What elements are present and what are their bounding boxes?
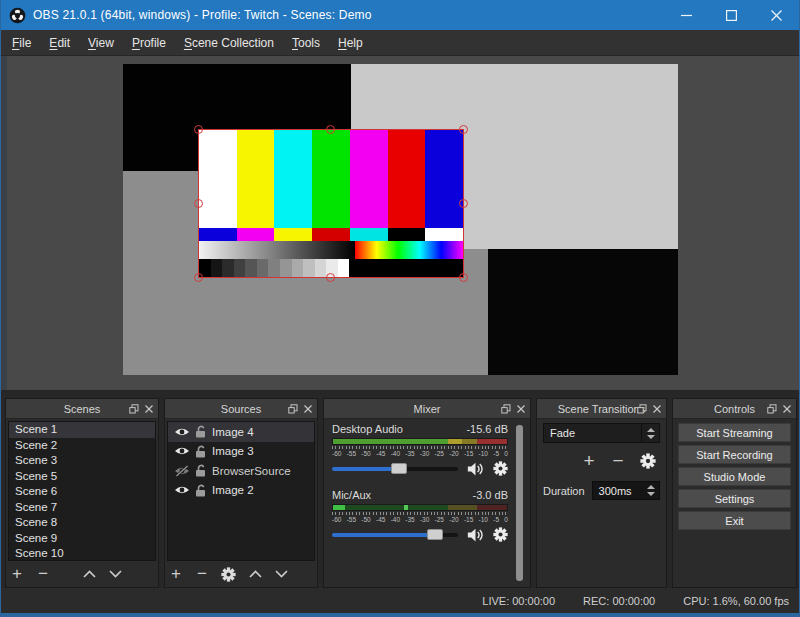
unlock-icon[interactable] [195, 425, 207, 438]
close-button[interactable] [754, 0, 799, 30]
source-properties-button[interactable] [221, 567, 236, 582]
colorbar-castellation [199, 228, 463, 240]
scene-row[interactable]: Scene 5 [9, 469, 155, 485]
source-row[interactable]: Image 2 [168, 481, 314, 501]
speaker-icon[interactable] [467, 462, 484, 476]
settings-button[interactable]: Settings [678, 489, 791, 508]
scene-move-up-button[interactable] [82, 570, 96, 578]
close-panel-icon[interactable] [783, 405, 791, 413]
tick-label: -45 [376, 516, 385, 523]
start-recording-button[interactable]: Start Recording [678, 445, 791, 464]
eye-icon[interactable] [174, 426, 190, 438]
colorbar-gray-step [268, 259, 280, 277]
volume-slider[interactable] [332, 463, 458, 474]
scene-row[interactable]: Scene 2 [9, 438, 155, 454]
transition-select[interactable]: Fade [543, 423, 660, 443]
minimize-button[interactable] [664, 0, 709, 30]
tick-label: -10 [479, 450, 488, 457]
slider-handle[interactable] [427, 529, 443, 540]
remove-source-button[interactable]: − [195, 564, 209, 584]
close-panel-icon[interactable] [304, 405, 312, 413]
remove-scene-button[interactable]: − [36, 564, 50, 584]
eye-icon[interactable] [174, 445, 190, 457]
sources-panel-header[interactable]: Sources [165, 399, 317, 419]
channel-settings-gear-icon[interactable] [493, 527, 508, 542]
menu-item-tools[interactable]: Tools [283, 32, 329, 54]
menu-item-view[interactable]: View [79, 32, 123, 54]
speaker-icon[interactable] [467, 528, 484, 542]
unlock-icon[interactable] [195, 445, 207, 458]
scene-row[interactable]: Scene 10 [9, 546, 155, 561]
close-panel-icon[interactable] [145, 405, 153, 413]
channel-name: Mic/Aux [332, 489, 371, 501]
scene-row[interactable]: Scene 1 [9, 422, 155, 438]
float-panel-icon[interactable] [288, 404, 298, 414]
duration-spinbox[interactable]: 300ms [592, 481, 660, 500]
scene-move-down-button[interactable] [108, 570, 122, 578]
canvas-image-black-bottomright[interactable] [488, 249, 678, 375]
start-streaming-button[interactable]: Start Streaming [678, 423, 791, 442]
channel-settings-gear-icon[interactable] [493, 461, 508, 476]
colorbar-bar [312, 130, 350, 228]
source-move-down-button[interactable] [274, 570, 288, 578]
unlock-icon[interactable] [195, 464, 207, 477]
unlock-icon[interactable] [195, 484, 207, 497]
float-panel-icon[interactable] [767, 404, 777, 414]
transitions-panel-header[interactable]: Scene Transitions [537, 399, 666, 419]
selection-handle-bottom-right[interactable] [459, 273, 468, 282]
source-row[interactable]: Image 4 [168, 422, 314, 442]
controls-panel-header[interactable]: Controls [673, 399, 796, 419]
float-panel-icon[interactable] [129, 404, 139, 414]
close-panel-icon[interactable] [653, 405, 661, 413]
slider-handle[interactable] [391, 463, 407, 474]
colorbar-gray-step [315, 259, 327, 277]
eye-icon[interactable] [174, 484, 190, 496]
selection-handle-top-right[interactable] [459, 125, 468, 134]
selection-handle-middle-right[interactable] [459, 199, 468, 208]
maximize-button[interactable] [709, 0, 754, 30]
eye-off-icon[interactable] [174, 465, 190, 477]
scene-row[interactable]: Scene 3 [9, 453, 155, 469]
colorbar-castellation-cell [199, 228, 237, 240]
spinbox-arrows-icon[interactable] [643, 482, 659, 499]
add-transition-button[interactable]: + [582, 450, 596, 472]
tick-label: -30 [420, 516, 429, 523]
remove-transition-button[interactable]: − [611, 450, 625, 472]
float-panel-icon[interactable] [501, 404, 511, 414]
source-row[interactable]: Image 3 [168, 442, 314, 462]
scene-row[interactable]: Scene 6 [9, 484, 155, 500]
selection-handle-bottom-middle[interactable] [326, 273, 335, 282]
selected-source-colorbars[interactable] [198, 129, 464, 278]
scene-row[interactable]: Scene 9 [9, 531, 155, 547]
tick-label: -15 [464, 450, 473, 457]
add-source-button[interactable]: + [169, 564, 183, 584]
selection-handle-bottom-left[interactable] [194, 273, 203, 282]
selection-handle-middle-left[interactable] [194, 199, 203, 208]
mixer-scrollbar[interactable] [516, 425, 523, 581]
scenes-panel-header[interactable]: Scenes [6, 399, 158, 419]
menu-item-help[interactable]: Help [329, 32, 372, 54]
menu-item-scene-collection[interactable]: Scene Collection [175, 32, 283, 54]
close-panel-icon[interactable] [517, 405, 525, 413]
add-scene-button[interactable]: + [10, 564, 24, 584]
titlebar[interactable]: OBS 21.0.1 (64bit, windows) - Profile: T… [1, 0, 799, 30]
selection-handle-top-middle[interactable] [326, 125, 335, 134]
transition-properties-button[interactable] [640, 453, 656, 469]
cpu-status: CPU: 1.6%, 60.00 fps [683, 595, 789, 607]
source-row[interactable]: BrowserSource [168, 461, 314, 481]
menu-item-edit[interactable]: Edit [40, 32, 79, 54]
scene-row[interactable]: Scene 8 [9, 515, 155, 531]
studio-mode-button[interactable]: Studio Mode [678, 467, 791, 486]
colorbar-bar [237, 130, 275, 228]
menu-item-file[interactable]: File [3, 32, 40, 54]
source-move-up-button[interactable] [248, 570, 262, 578]
mixer-panel-header[interactable]: Mixer [324, 399, 530, 419]
colorbar-castellation-cell [425, 228, 463, 240]
selection-handle-top-left[interactable] [194, 125, 203, 134]
menu-item-profile[interactable]: Profile [123, 32, 175, 54]
scene-row[interactable]: Scene 7 [9, 500, 155, 516]
exit-button[interactable]: Exit [678, 511, 791, 530]
volume-slider[interactable] [332, 529, 458, 540]
combo-arrows-icon[interactable] [641, 424, 659, 442]
float-panel-icon[interactable] [637, 404, 647, 414]
